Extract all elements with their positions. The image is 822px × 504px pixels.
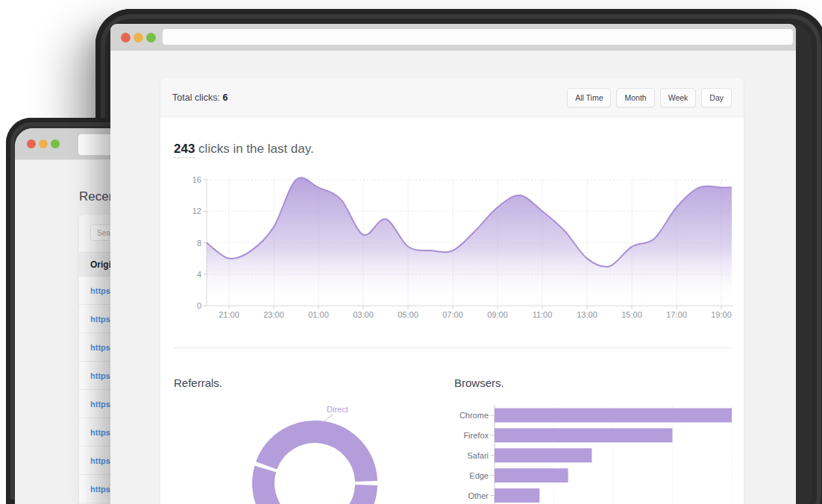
svg-text:Other: Other	[468, 491, 489, 500]
total-clicks-label: Total clicks: 6	[172, 92, 228, 103]
maximize-button-icon[interactable]	[51, 139, 60, 148]
svg-text:23:00: 23:00	[263, 310, 284, 319]
svg-text:8: 8	[197, 239, 201, 248]
svg-text:Firefox: Firefox	[463, 431, 489, 440]
svg-text:16: 16	[192, 175, 201, 184]
front-browser-content: Total clicks: 6 All TimeMonthWeekDay 243…	[110, 24, 796, 504]
section-divider	[174, 347, 732, 348]
svg-text:17:00: 17:00	[666, 310, 687, 319]
svg-text:09:00: 09:00	[487, 310, 508, 319]
svg-text:01:00: 01:00	[308, 310, 329, 319]
time-range-button-group: All TimeMonthWeekDay	[567, 88, 732, 107]
clicks-area-chart: 21:0023:0001:0003:0005:0007:0009:0011:00…	[168, 171, 742, 324]
clicks-headline: 243 clicks in the last day.	[174, 142, 314, 157]
range-button-day[interactable]: Day	[701, 88, 732, 107]
svg-text:19:00: 19:00	[711, 310, 732, 319]
svg-text:21:00: 21:00	[219, 310, 239, 319]
close-button-icon[interactable]	[121, 33, 131, 42]
svg-text:15:00: 15:00	[621, 310, 642, 319]
range-button-all-time[interactable]: All Time	[567, 88, 611, 107]
analytics-card-header: Total clicks: 6 All TimeMonthWeekDay	[160, 78, 744, 117]
svg-text:4: 4	[197, 270, 201, 279]
minimize-button-icon[interactable]	[134, 33, 143, 42]
referrals-section-title: Referrals.	[174, 377, 222, 389]
back-browser-toolbar	[15, 128, 122, 160]
referrals-donut-chart: Direct	[242, 401, 399, 504]
svg-text:Chrome: Chrome	[459, 411, 489, 420]
svg-text:11:00: 11:00	[533, 310, 553, 319]
back-browser-content: Recent Origin https://https://https://ht…	[15, 128, 122, 504]
dashboard-page: Total clicks: 6 All TimeMonthWeekDay 243…	[110, 51, 796, 504]
svg-text:05:00: 05:00	[398, 310, 418, 319]
close-button-icon[interactable]	[27, 139, 36, 148]
svg-text:12: 12	[192, 207, 201, 215]
clicks-headline-text: clicks in the last day.	[198, 142, 314, 156]
clicks-count: 243	[174, 142, 195, 158]
svg-text:Edge: Edge	[469, 471, 489, 480]
front-url-input[interactable]	[163, 29, 793, 45]
maximize-button-icon[interactable]	[146, 33, 156, 42]
svg-text:13:00: 13:00	[577, 310, 597, 319]
browsers-bar-chart: ChromeFirefoxSafariEdgeOther	[453, 399, 744, 504]
range-button-month[interactable]: Month	[616, 88, 654, 107]
browsers-section-title: Browsers.	[454, 377, 504, 389]
svg-text:03:00: 03:00	[353, 310, 374, 319]
back-browser-frame: Recent Origin https://https://https://ht…	[6, 118, 122, 504]
front-browser-toolbar	[110, 24, 796, 51]
svg-text:Safari: Safari	[467, 451, 489, 460]
svg-text:Direct: Direct	[327, 405, 348, 414]
minimize-button-icon[interactable]	[39, 139, 48, 148]
desktop-stage: Recent Origin https://https://https://ht…	[0, 0, 822, 504]
svg-text:0: 0	[197, 301, 201, 310]
range-button-week[interactable]: Week	[660, 88, 697, 107]
svg-text:07:00: 07:00	[442, 310, 463, 319]
analytics-card: Total clicks: 6 All TimeMonthWeekDay 243…	[160, 78, 744, 504]
total-clicks-value: 6	[222, 92, 228, 103]
